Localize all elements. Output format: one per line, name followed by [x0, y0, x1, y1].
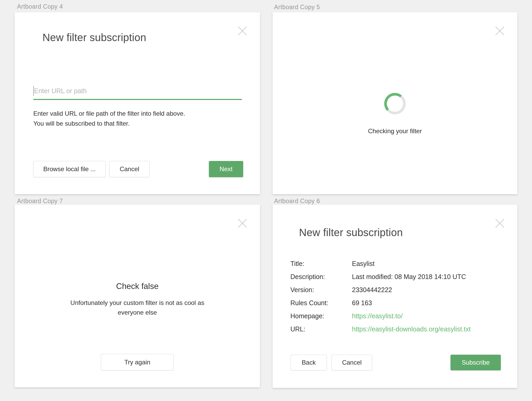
detail-label: Title:	[290, 260, 352, 268]
error-message-line-1: Unfortunately your custom filter is not …	[15, 298, 260, 308]
detail-label: Description:	[290, 273, 352, 281]
try-again-button[interactable]: Try again	[101, 354, 174, 370]
filter-details: Title: Easylist Description: Last modifi…	[290, 257, 500, 336]
check-failed-dialog: Check false Unfortunately your custom fi…	[15, 205, 260, 387]
url-input-placeholder: Enter URL or path	[34, 87, 87, 95]
text-caret	[33, 86, 34, 96]
artboard-label-copy-5: Artboard Copy 5	[274, 4, 320, 11]
detail-row-title: Title: Easylist	[290, 257, 500, 270]
close-icon[interactable]	[495, 26, 505, 36]
detail-row-url: URL: https://easylist-downloads.org/easy…	[290, 322, 500, 336]
artboard-label-copy-6: Artboard Copy 6	[274, 198, 320, 205]
detail-label: Rules Count:	[290, 299, 352, 307]
url-input[interactable]: Enter URL or path	[33, 86, 242, 96]
close-icon[interactable]	[237, 218, 247, 228]
help-line-1: Enter valid URL or file path of the filt…	[33, 109, 185, 119]
artboard-label-copy-4: Artboard Copy 4	[17, 3, 63, 10]
dialog-title: New filter subscription	[299, 227, 403, 238]
detail-value: Easylist	[352, 260, 374, 268]
error-title: Check false	[15, 282, 260, 291]
next-button[interactable]: Next	[209, 161, 243, 177]
back-button[interactable]: Back	[291, 355, 327, 370]
input-underline	[33, 99, 242, 100]
detail-label: Homepage:	[290, 312, 352, 320]
checking-filter-dialog: Checking your filter	[273, 12, 517, 194]
loading-spinner-icon	[384, 93, 406, 114]
detail-value: 69 163	[352, 299, 372, 307]
status-text: Checking your filter	[273, 127, 517, 135]
detail-row-rules-count: Rules Count: 69 163	[290, 296, 500, 309]
detail-label: URL:	[290, 325, 352, 333]
artboard-label-copy-7: Artboard Copy 7	[17, 198, 63, 205]
detail-value: 23304442222	[352, 286, 392, 294]
detail-row-description: Description: Last modified: 08 May 2018 …	[290, 270, 500, 283]
new-filter-subscription-dialog: New filter subscription Enter URL or pat…	[15, 12, 260, 194]
error-message-line-2: everyone else	[15, 308, 260, 317]
dialog-title: New filter subscription	[42, 32, 146, 43]
filter-url-link[interactable]: https://easylist-downloads.org/easylist.…	[352, 325, 471, 333]
homepage-link[interactable]: https://easylist.to/	[352, 312, 403, 320]
canvas: Artboard Copy 4 New filter subscription …	[0, 0, 532, 401]
close-icon[interactable]	[495, 218, 505, 228]
browse-local-file-button[interactable]: Browse local file ...	[33, 161, 106, 177]
subscribe-button[interactable]: Subscribe	[450, 355, 501, 370]
detail-label: Version:	[290, 286, 352, 294]
detail-value: Last modified: 08 May 2018 14:10 UTC	[352, 273, 466, 281]
error-message: Unfortunately your custom filter is not …	[15, 298, 260, 317]
cancel-button[interactable]: Cancel	[332, 355, 372, 370]
detail-row-version: Version: 23304442222	[290, 283, 500, 296]
detail-row-homepage: Homepage: https://easylist.to/	[290, 309, 500, 322]
close-icon[interactable]	[237, 26, 247, 36]
cancel-button[interactable]: Cancel	[109, 161, 150, 177]
help-line-2: You will be subscribed to that filter.	[33, 119, 185, 129]
subscription-details-dialog: New filter subscription Title: Easylist …	[273, 205, 517, 388]
help-text: Enter valid URL or file path of the filt…	[33, 109, 185, 129]
